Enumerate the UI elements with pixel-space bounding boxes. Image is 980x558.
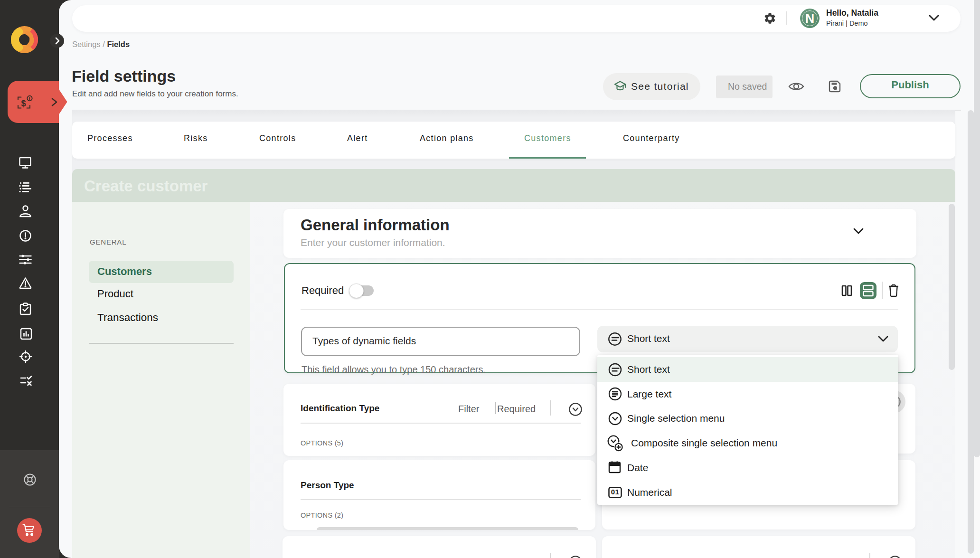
svg-text:$: $ xyxy=(21,99,26,108)
